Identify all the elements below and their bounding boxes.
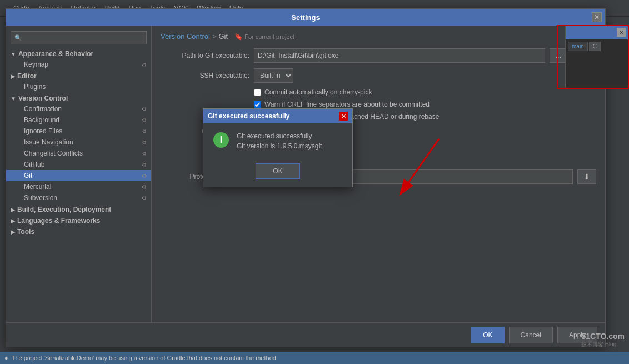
checkbox-crlf-label: Warn if CRLF line separators are about t…: [264, 101, 430, 108]
checkbox-crlf[interactable]: [254, 101, 261, 108]
sidebar-item-background[interactable]: Background ⚙: [6, 114, 151, 126]
sidebar-item-subversion[interactable]: Subversion ⚙: [6, 192, 151, 203]
expand-icon-appearance: ▼: [11, 51, 16, 57]
settings-bottom-bar: OK Cancel Apply: [6, 322, 605, 347]
expand-icon-build: ▶: [11, 207, 15, 213]
status-icon: ●: [4, 355, 8, 361]
sidebar-label-github: GitHub: [24, 161, 44, 168]
sidebar-label-ignored-files: Ignored Files: [24, 127, 62, 135]
expand-icon-tools: ▶: [11, 229, 15, 235]
sidebar-item-appearance[interactable]: ▼ Appearance & Behavior: [6, 48, 151, 59]
settings-title: Settings: [291, 13, 320, 22]
right-panel-tab-c[interactable]: C: [589, 42, 601, 51]
git-path-row: Path to Git executable: ... Test: [161, 48, 596, 63]
settings-icon-background: ⚙: [142, 117, 147, 123]
sidebar-item-github[interactable]: GitHub ⚙: [6, 159, 151, 170]
sidebar-label-changelist-conflicts: Changelist Conflicts: [24, 149, 83, 157]
expand-icon-vc: ▼: [11, 96, 16, 102]
git-path-label: Path to Git executable:: [161, 52, 249, 59]
sidebar-label-languages: Languages & Frameworks: [17, 217, 100, 225]
settings-icon-ignored: ⚙: [142, 128, 147, 134]
settings-icon-confirmation: ⚙: [142, 106, 147, 112]
git-path-input[interactable]: [254, 48, 545, 63]
dialog-footer: OK: [203, 159, 352, 187]
sidebar-item-issue-navigation[interactable]: Issue Navigation ⚙: [6, 137, 151, 148]
breadcrumb-suffix: 🔖 For current project: [234, 33, 294, 41]
success-dialog: Git executed successfully ✕ i Git execut…: [203, 108, 353, 187]
right-panel-tab-main[interactable]: main: [568, 42, 588, 51]
ok-button[interactable]: OK: [471, 327, 504, 343]
cancel-button[interactable]: Cancel: [509, 327, 553, 343]
sidebar-item-ignored-files[interactable]: Ignored Files ⚙: [6, 126, 151, 137]
sidebar-label-issue-navigation: Issue Navigation: [24, 138, 73, 146]
sidebar-label-vc: Version Control: [18, 94, 68, 102]
settings-icon-mercurial: ⚙: [142, 184, 147, 190]
settings-title-bar: Settings ✕: [6, 9, 605, 26]
svg-text:i: i: [219, 134, 222, 145]
settings-icon-github: ⚙: [142, 162, 147, 168]
sidebar-label-build: Build, Execution, Deployment: [17, 206, 111, 213]
settings-icon-issue: ⚙: [142, 139, 147, 146]
sidebar-item-plugins[interactable]: Plugins: [6, 81, 151, 92]
sidebar-label-confirmation: Confirmation: [24, 105, 62, 113]
apply-button[interactable]: Apply: [557, 327, 597, 343]
ssh-label: SSH executable:: [161, 72, 249, 79]
settings-close-button[interactable]: ✕: [592, 12, 602, 22]
dialog-title: Git executed successfully: [208, 112, 289, 120]
dialog-info-icon: i: [212, 131, 230, 149]
protected-branches-action[interactable]: ⬇: [577, 169, 596, 184]
sidebar-item-version-control[interactable]: ▼ Version Control: [6, 92, 151, 103]
sidebar-label-keymap: Keymap: [24, 61, 48, 68]
checkbox-cherry-pick-label: Commit automatically on cherry-pick: [264, 88, 372, 96]
breadcrumb-separator: >: [212, 32, 217, 41]
expand-icon-editor: ▶: [11, 73, 15, 79]
dialog-close-button[interactable]: ✕: [339, 112, 348, 121]
sidebar-label-appearance: Appearance & Behavior: [18, 50, 93, 58]
sidebar-search-box[interactable]: 🔍: [11, 31, 147, 44]
checkbox-cherry-pick[interactable]: [254, 89, 261, 96]
right-panel-close-button[interactable]: ✕: [617, 28, 626, 37]
breadcrumb-git: Git: [218, 32, 228, 41]
search-input[interactable]: [24, 34, 143, 42]
settings-icon-git: ⚙: [142, 173, 147, 179]
sidebar-label-editor: Editor: [17, 72, 37, 80]
sidebar-label-subversion: Subversion: [24, 194, 57, 202]
sidebar-item-git[interactable]: Git ⚙: [6, 170, 151, 181]
dialog-body: i Git executed successfully Git version …: [203, 123, 352, 159]
status-text: The project 'SerializableDemo' may be us…: [12, 355, 276, 361]
settings-icon-changelist: ⚙: [142, 151, 147, 157]
breadcrumb-version-control[interactable]: Version Control: [161, 32, 210, 41]
checkbox-cherry-pick-row: Commit automatically on cherry-pick: [161, 88, 596, 96]
dialog-ok-button[interactable]: OK: [256, 163, 300, 179]
sidebar-label-background: Background: [24, 116, 59, 124]
expand-icon-languages: ▶: [11, 218, 15, 224]
search-icon: 🔍: [14, 34, 22, 42]
dialog-line1: Git executed successfully: [237, 131, 322, 141]
sidebar-item-languages[interactable]: ▶ Languages & Frameworks: [6, 215, 151, 226]
sidebar-item-confirmation[interactable]: Confirmation ⚙: [6, 103, 151, 114]
sidebar-item-changelist-conflicts[interactable]: Changelist Conflicts ⚙: [6, 148, 151, 159]
ssh-row: SSH executable: Built-in Native: [161, 68, 596, 83]
sidebar-item-editor[interactable]: ▶ Editor: [6, 70, 151, 81]
sidebar-label-mercurial: Mercurial: [24, 183, 51, 191]
right-panel-tabs: main C: [566, 39, 629, 51]
right-panel-overlay: ✕ main C: [565, 25, 629, 89]
status-bar: ● The project 'SerializableDemo' may be …: [0, 352, 629, 364]
settings-sidebar: 🔍 ▼ Appearance & Behavior Keymap ⚙ ▶ Edi…: [6, 26, 152, 322]
sidebar-item-mercurial[interactable]: Mercurial ⚙: [6, 181, 151, 192]
settings-icon-keymap: ⚙: [142, 62, 147, 68]
sidebar-item-tools[interactable]: ▶ Tools: [6, 226, 151, 237]
sidebar-label-plugins: Plugins: [24, 83, 46, 91]
sidebar-item-keymap[interactable]: Keymap ⚙: [6, 59, 151, 70]
sidebar-item-build[interactable]: ▶ Build, Execution, Deployment: [6, 203, 151, 215]
sidebar-label-tools: Tools: [17, 228, 34, 236]
ssh-dropdown[interactable]: Built-in Native: [254, 68, 293, 83]
settings-icon-subversion: ⚙: [142, 195, 147, 201]
dialog-line2: Git version is 1.9.5.0.msysgit: [237, 141, 322, 151]
right-panel-title-bar: ✕: [566, 25, 629, 39]
sidebar-label-git: Git: [24, 172, 32, 179]
dialog-text: Git executed successfully Git version is…: [237, 131, 322, 151]
dialog-title-bar: Git executed successfully ✕: [203, 109, 352, 123]
checkbox-crlf-row: Warn if CRLF line separators are about t…: [161, 101, 596, 108]
breadcrumb: Version Control > Git 🔖 For current proj…: [161, 32, 596, 41]
